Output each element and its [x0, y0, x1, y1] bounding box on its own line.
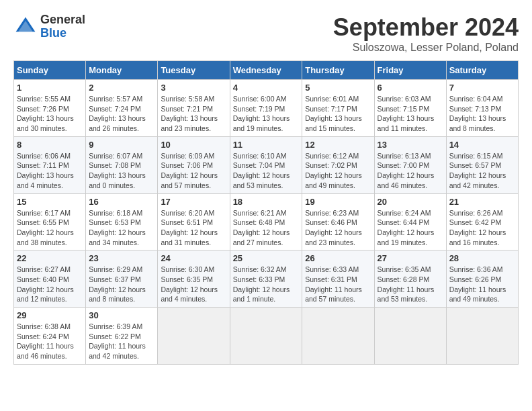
- day-number: 27: [378, 253, 443, 263]
- calendar-day-cell: 18Sunrise: 6:21 AMSunset: 6:48 PMDayligh…: [230, 193, 302, 250]
- day-number: 29: [17, 310, 83, 320]
- calendar-day-cell: 9Sunrise: 6:07 AMSunset: 7:08 PMDaylight…: [86, 136, 158, 193]
- day-number: 25: [233, 253, 300, 263]
- day-number: 16: [89, 197, 154, 207]
- day-number: 21: [449, 197, 515, 207]
- day-number: 5: [305, 83, 371, 93]
- calendar-header-row: SundayMondayTuesdayWednesdayThursdayFrid…: [14, 61, 519, 80]
- calendar-day-cell: 30Sunrise: 6:39 AMSunset: 6:22 PMDayligh…: [86, 308, 158, 365]
- calendar-day-cell: 4Sunrise: 6:00 AMSunset: 7:19 PMDaylight…: [230, 80, 302, 137]
- calendar-day-cell: 8Sunrise: 6:06 AMSunset: 7:11 PMDaylight…: [14, 136, 86, 193]
- day-detail: Sunrise: 6:35 AMSunset: 6:28 PMDaylight:…: [378, 265, 443, 304]
- day-number: 18: [233, 197, 300, 207]
- day-detail: Sunrise: 6:23 AMSunset: 6:46 PMDaylight:…: [305, 208, 371, 248]
- day-detail: Sunrise: 6:09 AMSunset: 7:06 PMDaylight:…: [161, 151, 226, 191]
- logo-icon: [13, 15, 38, 39]
- calendar-day-cell: 27Sunrise: 6:35 AMSunset: 6:28 PMDayligh…: [374, 250, 446, 308]
- logo-general: General: [40, 13, 85, 27]
- calendar-day-cell: 16Sunrise: 6:18 AMSunset: 6:53 PMDayligh…: [86, 193, 158, 250]
- day-detail: Sunrise: 6:24 AMSunset: 6:44 PMDaylight:…: [378, 208, 443, 248]
- day-detail: Sunrise: 6:36 AMSunset: 6:26 PMDaylight:…: [449, 265, 515, 304]
- calendar-day-header: Monday: [86, 61, 158, 80]
- calendar-day-cell: 7Sunrise: 6:04 AMSunset: 7:13 PMDaylight…: [446, 80, 518, 137]
- day-detail: Sunrise: 6:32 AMSunset: 6:33 PMDaylight:…: [233, 265, 300, 304]
- day-number: 28: [449, 253, 515, 263]
- day-number: 11: [233, 140, 300, 150]
- calendar-week-row: 22Sunrise: 6:27 AMSunset: 6:40 PMDayligh…: [14, 250, 519, 308]
- day-number: 20: [378, 197, 443, 207]
- day-number: 26: [305, 253, 371, 263]
- calendar-day-cell: 20Sunrise: 6:24 AMSunset: 6:44 PMDayligh…: [374, 193, 446, 250]
- calendar-day-cell: 12Sunrise: 6:12 AMSunset: 7:02 PMDayligh…: [302, 136, 374, 193]
- calendar-day-header: Thursday: [302, 61, 374, 80]
- calendar-day-cell: 10Sunrise: 6:09 AMSunset: 7:06 PMDayligh…: [158, 136, 230, 193]
- logo: General Blue: [13, 13, 85, 40]
- day-detail: Sunrise: 6:00 AMSunset: 7:19 PMDaylight:…: [233, 94, 300, 134]
- calendar-day-cell: 3Sunrise: 5:58 AMSunset: 7:21 PMDaylight…: [158, 80, 230, 137]
- calendar-day-header: Tuesday: [158, 61, 230, 80]
- calendar-day-cell: 15Sunrise: 6:17 AMSunset: 6:55 PMDayligh…: [14, 193, 86, 250]
- day-detail: Sunrise: 6:15 AMSunset: 6:57 PMDaylight:…: [449, 151, 515, 191]
- day-number: 23: [89, 253, 154, 263]
- calendar-day-header: Wednesday: [230, 61, 302, 80]
- day-number: 7: [449, 83, 515, 93]
- day-number: 19: [305, 197, 371, 207]
- day-detail: Sunrise: 5:55 AMSunset: 7:26 PMDaylight:…: [17, 94, 83, 134]
- calendar-day-cell: [302, 308, 374, 365]
- day-number: 22: [17, 253, 83, 263]
- day-detail: Sunrise: 6:29 AMSunset: 6:37 PMDaylight:…: [89, 265, 154, 304]
- day-number: 12: [305, 140, 371, 150]
- calendar-body: 1Sunrise: 5:55 AMSunset: 7:26 PMDaylight…: [14, 80, 519, 365]
- day-detail: Sunrise: 6:30 AMSunset: 6:35 PMDaylight:…: [161, 265, 226, 304]
- logo-text: General Blue: [40, 13, 85, 40]
- day-detail: Sunrise: 6:10 AMSunset: 7:04 PMDaylight:…: [233, 151, 300, 191]
- calendar-week-row: 1Sunrise: 5:55 AMSunset: 7:26 PMDaylight…: [14, 80, 519, 137]
- calendar-day-cell: 25Sunrise: 6:32 AMSunset: 6:33 PMDayligh…: [230, 250, 302, 308]
- calendar-table: SundayMondayTuesdayWednesdayThursdayFrid…: [13, 60, 519, 365]
- calendar-day-header: Sunday: [14, 61, 86, 80]
- calendar-day-cell: 21Sunrise: 6:26 AMSunset: 6:42 PMDayligh…: [446, 193, 518, 250]
- day-number: 2: [89, 83, 154, 93]
- day-detail: Sunrise: 6:07 AMSunset: 7:08 PMDaylight:…: [89, 151, 154, 191]
- month-title: September 2024: [333, 13, 519, 42]
- calendar-day-cell: 26Sunrise: 6:33 AMSunset: 6:31 PMDayligh…: [302, 250, 374, 308]
- calendar-week-row: 15Sunrise: 6:17 AMSunset: 6:55 PMDayligh…: [14, 193, 519, 250]
- calendar-day-header: Saturday: [446, 61, 518, 80]
- day-number: 8: [17, 140, 83, 150]
- day-detail: Sunrise: 6:18 AMSunset: 6:53 PMDaylight:…: [89, 208, 154, 248]
- calendar-day-cell: 11Sunrise: 6:10 AMSunset: 7:04 PMDayligh…: [230, 136, 302, 193]
- day-number: 6: [378, 83, 443, 93]
- day-detail: Sunrise: 6:17 AMSunset: 6:55 PMDaylight:…: [17, 208, 83, 248]
- day-number: 24: [161, 253, 226, 263]
- day-number: 14: [449, 140, 515, 150]
- day-detail: Sunrise: 6:27 AMSunset: 6:40 PMDaylight:…: [17, 265, 83, 304]
- day-number: 13: [378, 140, 443, 150]
- calendar-day-cell: 28Sunrise: 6:36 AMSunset: 6:26 PMDayligh…: [446, 250, 518, 308]
- calendar-day-header: Friday: [374, 61, 446, 80]
- calendar-day-cell: [158, 308, 230, 365]
- calendar-day-cell: 1Sunrise: 5:55 AMSunset: 7:26 PMDaylight…: [14, 80, 86, 137]
- calendar-day-cell: 17Sunrise: 6:20 AMSunset: 6:51 PMDayligh…: [158, 193, 230, 250]
- calendar-day-cell: 23Sunrise: 6:29 AMSunset: 6:37 PMDayligh…: [86, 250, 158, 308]
- title-block: September 2024 Suloszowa, Lesser Poland,…: [333, 13, 519, 54]
- calendar-day-cell: [446, 308, 518, 365]
- day-detail: Sunrise: 6:04 AMSunset: 7:13 PMDaylight:…: [449, 94, 515, 134]
- day-detail: Sunrise: 6:03 AMSunset: 7:15 PMDaylight:…: [378, 94, 443, 134]
- day-detail: Sunrise: 6:39 AMSunset: 6:22 PMDaylight:…: [89, 322, 154, 361]
- day-detail: Sunrise: 5:57 AMSunset: 7:24 PMDaylight:…: [89, 94, 154, 134]
- page-header: General Blue September 2024 Suloszowa, L…: [13, 13, 519, 54]
- day-number: 1: [17, 83, 83, 93]
- calendar-day-cell: 14Sunrise: 6:15 AMSunset: 6:57 PMDayligh…: [446, 136, 518, 193]
- day-detail: Sunrise: 6:06 AMSunset: 7:11 PMDaylight:…: [17, 151, 83, 191]
- calendar-day-cell: [374, 308, 446, 365]
- logo-blue: Blue: [40, 27, 85, 40]
- day-detail: Sunrise: 5:58 AMSunset: 7:21 PMDaylight:…: [161, 94, 226, 134]
- day-number: 3: [161, 83, 226, 93]
- day-number: 15: [17, 197, 83, 207]
- day-detail: Sunrise: 6:12 AMSunset: 7:02 PMDaylight:…: [305, 151, 371, 191]
- day-detail: Sunrise: 6:26 AMSunset: 6:42 PMDaylight:…: [449, 208, 515, 248]
- calendar-day-cell: 6Sunrise: 6:03 AMSunset: 7:15 PMDaylight…: [374, 80, 446, 137]
- day-number: 10: [161, 140, 226, 150]
- calendar-day-cell: [230, 308, 302, 365]
- day-number: 30: [89, 310, 154, 320]
